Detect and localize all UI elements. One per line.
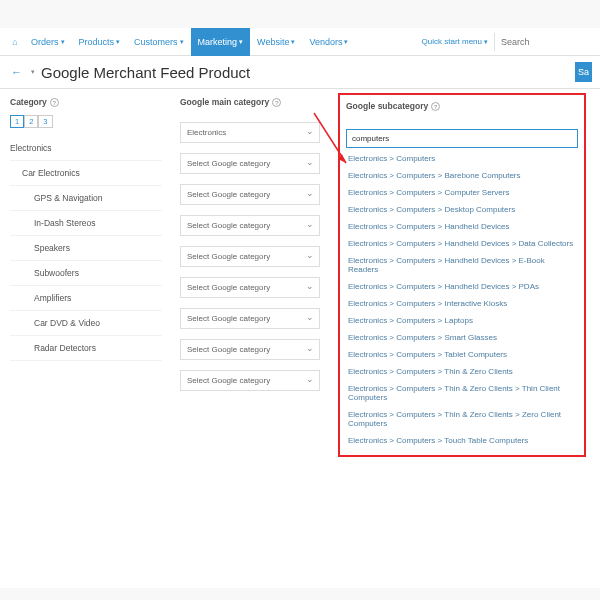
top-nav: ⌂ Orders▾Products▾Customers▾Marketing▾We… xyxy=(0,28,600,56)
nav-website[interactable]: Website▾ xyxy=(250,28,302,56)
main-category-select[interactable]: Select Google category xyxy=(180,339,320,360)
subcategory-option[interactable]: Electronics > Computers > Handheld Devic… xyxy=(346,252,578,278)
category-row: Car Electronics xyxy=(10,161,162,186)
nav-vendors[interactable]: Vendors▾ xyxy=(302,28,355,56)
home-icon[interactable]: ⌂ xyxy=(6,37,24,47)
category-row: In-Dash Stereos xyxy=(10,211,162,236)
subcategory-column: Google subcategory? Electronics > Comput… xyxy=(338,93,586,457)
svg-marker-1 xyxy=(338,154,346,163)
main-category-select[interactable]: Select Google category xyxy=(180,215,320,236)
subcategory-option[interactable]: Electronics > Computers > Handheld Devic… xyxy=(346,218,578,235)
category-column: Category? 1 2 3 ElectronicsCar Electroni… xyxy=(10,97,162,457)
dropdown-icon[interactable]: ▾ xyxy=(31,68,35,76)
subcategory-option[interactable]: Electronics > Computers > Thin & Zero Cl… xyxy=(346,406,578,432)
main-category-select[interactable]: Select Google category xyxy=(180,246,320,267)
main-category-select[interactable]: Electronics xyxy=(180,122,320,143)
subcategory-option[interactable]: Electronics > Computers > Barebone Compu… xyxy=(346,167,578,184)
page-3[interactable]: 3 xyxy=(38,115,52,128)
category-row: Speakers xyxy=(10,236,162,261)
subcategory-option[interactable]: Electronics > Computers > Handheld Devic… xyxy=(346,278,578,295)
subcategory-search-input[interactable] xyxy=(346,129,578,148)
main-category-column: Google main category? ElectronicsSelect … xyxy=(180,97,320,457)
subcategory-option[interactable]: Electronics > Computers > Computer Serve… xyxy=(346,184,578,201)
subcategory-option[interactable]: Electronics > Computers > Tablet Compute… xyxy=(346,346,578,363)
help-icon[interactable]: ? xyxy=(50,98,59,107)
search-input[interactable] xyxy=(494,33,594,51)
subcategory-option[interactable]: Electronics > Computers > Thin & Zero Cl… xyxy=(346,380,578,406)
arrow-annotation xyxy=(308,107,348,167)
nav-products[interactable]: Products▾ xyxy=(72,28,128,56)
category-row: Subwoofers xyxy=(10,261,162,286)
main-category-select[interactable]: Select Google category xyxy=(180,277,320,298)
subcategory-option[interactable]: Electronics > Computers > Handheld Devic… xyxy=(346,235,578,252)
subcategory-option[interactable]: Electronics > Computers > Smart Glasses xyxy=(346,329,578,346)
subcategory-option[interactable]: Electronics > Computers > Laptops xyxy=(346,312,578,329)
subcategory-option[interactable]: Electronics > Computers xyxy=(346,150,578,167)
title-bar: ← ▾ Google Merchant Feed Product Sa xyxy=(0,56,600,89)
help-icon[interactable]: ? xyxy=(431,102,440,111)
page-1[interactable]: 1 xyxy=(10,115,24,128)
subcategory-option[interactable]: Electronics > Computers > Thin & Zero Cl… xyxy=(346,363,578,380)
nav-marketing[interactable]: Marketing▾ xyxy=(191,28,251,56)
back-icon[interactable]: ← xyxy=(8,66,25,78)
main-category-select[interactable]: Select Google category xyxy=(180,370,320,391)
save-button[interactable]: Sa xyxy=(575,62,592,82)
page-2[interactable]: 2 xyxy=(24,115,38,128)
page-title: Google Merchant Feed Product xyxy=(41,64,250,81)
main-category-select[interactable]: Select Google category xyxy=(180,184,320,205)
help-icon[interactable]: ? xyxy=(272,98,281,107)
main-category-select[interactable]: Select Google category xyxy=(180,308,320,329)
nav-customers[interactable]: Customers▾ xyxy=(127,28,191,56)
category-row: Radar Detectors xyxy=(10,336,162,361)
main-category-select[interactable]: Select Google category xyxy=(180,153,320,174)
category-row: GPS & Navigation xyxy=(10,186,162,211)
quick-start-menu[interactable]: Quick start menu▾ xyxy=(416,37,494,46)
subcategory-option[interactable]: Electronics > Computers > Desktop Comput… xyxy=(346,201,578,218)
subcategory-option[interactable]: Electronics > Computers > Touch Table Co… xyxy=(346,432,578,449)
category-row: Electronics xyxy=(10,136,162,161)
pagination: 1 2 3 xyxy=(10,115,162,128)
subcategory-option[interactable]: Electronics > Computers > Interactive Ki… xyxy=(346,295,578,312)
nav-orders[interactable]: Orders▾ xyxy=(24,28,72,56)
category-row: Car DVD & Video xyxy=(10,311,162,336)
category-row: Amplifiers xyxy=(10,286,162,311)
